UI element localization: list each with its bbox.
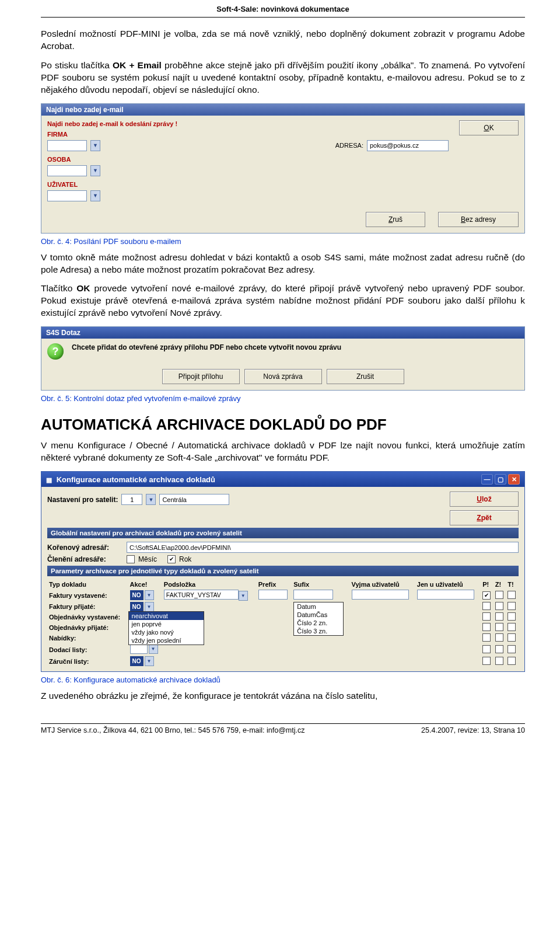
dropdown-option[interactable]: Číslo 3 zn. <box>294 627 343 635</box>
chevron-down-icon[interactable]: ▼ <box>149 644 158 654</box>
s4s-dotaz-text: Chcete přidat do otevřené zprávy přílohu… <box>72 343 341 351</box>
p-checkbox[interactable] <box>482 633 491 642</box>
row-label: Objednávky přijaté: <box>49 624 108 631</box>
t-checkbox[interactable] <box>508 602 516 610</box>
footer-right: 25.4.2007, revize: 13, Strana 10 <box>421 726 525 734</box>
akce-value[interactable]: NO <box>130 602 144 612</box>
akce-value[interactable]: NO <box>130 590 144 600</box>
t-checkbox[interactable] <box>508 612 516 621</box>
page-header: Soft-4-Sale: novinková dokumentace <box>41 0 525 17</box>
config-section2: Parametry archivace pro jednotlivé typy … <box>47 566 519 576</box>
dropdown-option[interactable]: nearchivovat <box>129 612 204 620</box>
subfolder-field[interactable]: FAKTURY_VYSTAV <box>164 590 239 600</box>
t-checkbox[interactable] <box>508 645 516 653</box>
t-checkbox[interactable] <box>508 623 516 631</box>
sufix-dropdown-list[interactable]: Datum DatumČas Číslo 2 zn. Číslo 3 zn. <box>293 602 344 636</box>
para4: Z uvedeného obrázku je zřejmé, že konfig… <box>41 690 525 702</box>
z-checkbox[interactable] <box>495 602 503 610</box>
intro-p1: Poslední možností PDF-MINI je volba, zda… <box>41 28 525 53</box>
table-row: Faktury přijaté: NO▼ nearchivovat jen po… <box>47 601 519 612</box>
table-row: Dodací listy: ▼ <box>47 643 519 656</box>
email-dialog-title: Najdi nebo zadej e-mail <box>41 104 524 116</box>
adresa-field[interactable]: pokus@pokus.cz <box>367 140 449 151</box>
month-checkbox[interactable] <box>127 555 135 563</box>
th-t: T! <box>506 580 519 589</box>
dropdown-option[interactable]: DatumČas <box>294 611 343 619</box>
row-label: Faktury přijaté: <box>49 603 95 610</box>
dropdown-option[interactable]: vždy jen poslední <box>129 636 204 645</box>
akce-value[interactable] <box>130 644 148 654</box>
dropdown-option[interactable]: Datum <box>294 602 343 611</box>
p-checkbox[interactable] <box>482 623 491 631</box>
prefix-field[interactable] <box>258 590 288 600</box>
akce-value[interactable]: NO <box>130 656 144 666</box>
intro-p2: Po stisku tlačítka OK + Email proběhne a… <box>41 60 525 96</box>
z-checkbox[interactable] <box>495 591 503 599</box>
email-noaddress-button[interactable]: Bez adresy <box>438 212 519 227</box>
firma-field[interactable] <box>47 140 87 151</box>
z-checkbox[interactable] <box>495 645 503 653</box>
chevron-down-icon[interactable]: ▼ <box>145 656 154 666</box>
s4s-dotaz-title: S4S Dotaz <box>41 327 524 339</box>
cancel-button[interactable]: Zrušit <box>327 369 404 384</box>
p-checkbox[interactable] <box>482 602 491 610</box>
z-checkbox[interactable] <box>495 657 503 665</box>
t-checkbox[interactable] <box>508 633 516 642</box>
row-label: Dodací listy: <box>49 646 87 653</box>
t-checkbox[interactable] <box>508 591 516 599</box>
email-dialog: Najdi nebo zadej e-mail Najdi nebo zadej… <box>41 103 525 234</box>
email-cancel-button[interactable]: Zruš <box>366 212 425 227</box>
root-dir-field[interactable]: C:\SoftSALE\ap2000.dev\PDFMINI\ <box>127 542 519 553</box>
para2-p2: Tlačítko OK provede vytvoření nové e-mai… <box>41 283 525 319</box>
uzivatel-field[interactable] <box>47 190 87 201</box>
minimize-icon[interactable]: — <box>481 474 493 485</box>
vyjma-field[interactable] <box>352 590 409 600</box>
chevron-down-icon[interactable]: ▼ <box>239 591 248 601</box>
dropdown-option[interactable]: Číslo 2 zn. <box>294 619 343 627</box>
jen-field[interactable] <box>417 590 474 600</box>
para2-p2b: provede vytvoření nové e-mailové zprávy,… <box>41 283 525 318</box>
firma-dropdown-icon[interactable]: ▼ <box>90 140 100 151</box>
satelit-num-field[interactable]: 1 <box>121 494 142 505</box>
config-title-icon: ▦ <box>46 476 52 483</box>
sufix-field[interactable] <box>293 590 333 600</box>
th-pods: Podsložka <box>162 580 257 589</box>
question-icon: ? <box>47 343 64 360</box>
back-button[interactable]: Zpět <box>450 510 519 525</box>
dropdown-option[interactable]: jen poprvé <box>129 620 204 628</box>
row-label: Záruční listy: <box>49 658 89 665</box>
s4s-dotaz-dialog: S4S Dotaz ? Chcete přidat do otevřené zp… <box>41 326 525 391</box>
new-message-button[interactable]: Nová zpráva <box>244 369 322 384</box>
save-button[interactable]: Ulož <box>450 492 519 507</box>
th-vyjma: Vyjma uživatelů <box>350 580 415 589</box>
year-checkbox[interactable] <box>167 555 176 563</box>
p-checkbox[interactable] <box>482 612 491 621</box>
t-checkbox[interactable] <box>508 657 516 665</box>
chevron-down-icon[interactable]: ▼ <box>145 602 154 612</box>
table-row: Objednávky přijaté: <box>47 622 519 633</box>
header-rule <box>41 17 525 18</box>
p-checkbox[interactable] <box>482 591 491 600</box>
osoba-dropdown-icon[interactable]: ▼ <box>90 165 100 176</box>
config-table: Typ dokladu Akce! Podsložka Prefix Sufix… <box>47 580 519 667</box>
maximize-icon[interactable]: ▢ <box>495 474 506 485</box>
z-checkbox[interactable] <box>495 623 503 631</box>
p-checkbox[interactable] <box>482 657 491 665</box>
th-typ: Typ dokladu <box>47 580 128 589</box>
satelit-label: Nastavení pro satelit: <box>47 496 118 504</box>
z-checkbox[interactable] <box>495 633 503 642</box>
p-checkbox[interactable] <box>482 645 491 653</box>
section-heading: AUTOMATICKÁ ARCHIVACE DOKLADŮ DO PDF <box>41 416 525 434</box>
dropdown-option[interactable]: vždy jako nový <box>129 628 204 636</box>
satelit-dropdown-icon[interactable]: ▼ <box>146 494 156 505</box>
chevron-down-icon[interactable]: ▼ <box>145 590 154 600</box>
attach-button[interactable]: Připojit přílohu <box>162 369 240 384</box>
akce-dropdown-list[interactable]: nearchivovat jen poprvé vždy jako nový v… <box>128 611 204 645</box>
uzivatel-dropdown-icon[interactable]: ▼ <box>90 190 100 201</box>
email-ok-button[interactable]: OK <box>459 120 519 135</box>
adresa-label: ADRESA: <box>335 142 363 149</box>
z-checkbox[interactable] <box>495 612 503 621</box>
close-icon[interactable]: ✕ <box>508 474 520 485</box>
th-p: P! <box>481 580 494 589</box>
osoba-field[interactable] <box>47 165 87 176</box>
